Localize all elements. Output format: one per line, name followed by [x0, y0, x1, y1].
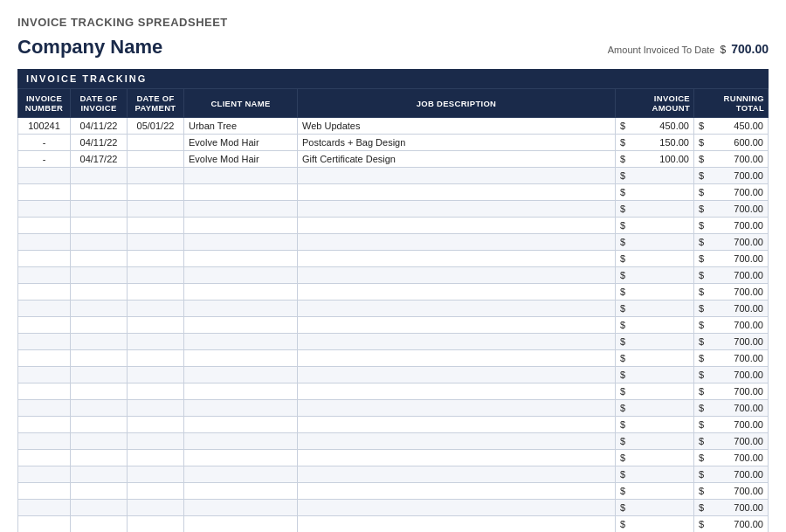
table-cell-empty	[71, 483, 128, 500]
table-cell-empty	[71, 184, 128, 201]
table-cell-empty	[184, 234, 298, 251]
table-cell-empty	[18, 466, 71, 483]
table-row-empty: $$700.00	[18, 383, 769, 400]
table-cell-empty: $700.00	[694, 350, 769, 367]
table-cell: $600.00	[694, 135, 769, 151]
table-row-empty: $$700.00	[18, 400, 769, 417]
table-cell-empty	[18, 301, 71, 317]
table-row-empty: $$700.00	[18, 218, 769, 234]
table-cell-empty	[18, 350, 71, 367]
table-cell-empty	[71, 234, 128, 251]
table-cell-empty	[18, 234, 71, 251]
col-header-date-invoice: DATE OFINVOICE	[71, 89, 128, 118]
table-cell-empty	[128, 500, 184, 516]
table-cell-empty	[184, 466, 298, 483]
table-cell	[128, 151, 184, 168]
table-cell-empty	[128, 251, 184, 267]
table-cell-empty: $	[616, 301, 694, 317]
table-cell: -	[18, 135, 71, 151]
table-cell-empty: $	[616, 433, 694, 450]
table-cell: $450.00	[694, 118, 769, 135]
table-cell-empty	[18, 383, 71, 400]
table-cell-empty: $700.00	[694, 367, 769, 383]
table-cell-empty	[128, 168, 184, 184]
table-cell-empty	[71, 466, 128, 483]
table-cell-empty	[128, 317, 184, 334]
table-cell-empty: $	[616, 483, 694, 500]
table-cell-empty	[184, 284, 298, 301]
table-cell: $700.00	[694, 151, 769, 168]
table-cell-empty: $700.00	[694, 251, 769, 267]
table-row-empty: $$700.00	[18, 201, 769, 218]
table-cell-empty	[298, 500, 616, 516]
table-row-empty: $$700.00	[18, 350, 769, 367]
table-cell-empty	[298, 483, 616, 500]
amount-invoiced-value: 700.00	[731, 42, 769, 56]
table-row-empty: $$700.00	[18, 317, 769, 334]
table-cell-empty	[128, 350, 184, 367]
table-cell-empty: $700.00	[694, 284, 769, 301]
col-header-invoice-number: INVOICENUMBER	[18, 89, 71, 118]
col-header-invoice-amount: INVOICEAMOUNT	[616, 89, 694, 118]
table-cell-empty	[71, 201, 128, 218]
table-cell-empty	[298, 334, 616, 350]
table-cell-empty: $700.00	[694, 201, 769, 218]
table-cell-empty	[71, 367, 128, 383]
table-cell-empty	[71, 301, 128, 317]
table-cell: 100241	[18, 118, 71, 135]
table-cell-empty	[128, 433, 184, 450]
table-cell-empty	[298, 350, 616, 367]
table-cell-empty	[18, 433, 71, 450]
table-cell-empty	[184, 267, 298, 284]
table-cell-empty: $	[616, 284, 694, 301]
table-cell-empty: $	[616, 251, 694, 267]
table-row-empty: $$700.00	[18, 334, 769, 350]
table-cell-empty	[298, 284, 616, 301]
table-cell-empty: $	[616, 367, 694, 383]
table-cell-empty: $	[616, 450, 694, 466]
table-cell-empty	[18, 400, 71, 417]
table-cell-empty	[18, 267, 71, 284]
table-cell-empty	[71, 284, 128, 301]
col-header-running-total: RUNNINGTOTAL	[694, 89, 769, 118]
table-cell-empty: $700.00	[694, 417, 769, 433]
table-cell-empty	[184, 168, 298, 184]
table-cell-empty: $	[616, 317, 694, 334]
table-cell-empty	[128, 234, 184, 251]
table-cell-empty	[128, 284, 184, 301]
table-cell: Web Updates	[298, 118, 616, 135]
table-cell-empty	[71, 168, 128, 184]
table-row-empty: $$700.00	[18, 301, 769, 317]
table-cell-empty	[298, 317, 616, 334]
table-cell-empty: $700.00	[694, 383, 769, 400]
table-row: -04/11/22Evolve Mod HairPostcards + Bag …	[18, 135, 769, 151]
table-cell: Evolve Mod Hair	[184, 135, 298, 151]
table-cell-empty	[71, 267, 128, 284]
table-row-empty: $$700.00	[18, 417, 769, 433]
table-row-empty: $$700.00	[18, 433, 769, 450]
table-cell-empty: $700.00	[694, 466, 769, 483]
table-cell-empty	[128, 367, 184, 383]
table-cell: -	[18, 151, 71, 168]
table-cell-empty	[298, 168, 616, 184]
table-cell-empty: $	[616, 168, 694, 184]
table-cell-empty	[18, 184, 71, 201]
table-cell-empty	[128, 450, 184, 466]
table-row-empty: $$700.00	[18, 184, 769, 201]
table-cell: $150.00	[616, 135, 694, 151]
table-row-empty: $$700.00	[18, 450, 769, 466]
table-row-empty: $$700.00	[18, 267, 769, 284]
table-cell-empty	[184, 334, 298, 350]
col-header-client-name: CLIENT NAME	[184, 89, 298, 118]
table-cell: Evolve Mod Hair	[184, 151, 298, 168]
table-cell-empty: $700.00	[694, 168, 769, 184]
table-cell	[128, 135, 184, 151]
table-cell: Postcards + Bag Design	[298, 135, 616, 151]
table-cell-empty	[184, 201, 298, 218]
table-cell-empty: $	[616, 201, 694, 218]
table-cell-empty	[18, 417, 71, 433]
amount-invoiced-dollar: $	[720, 44, 726, 56]
table-row: -04/17/22Evolve Mod HairGift Certificate…	[18, 151, 769, 168]
table-cell-empty	[128, 334, 184, 350]
table-cell-empty	[184, 400, 298, 417]
